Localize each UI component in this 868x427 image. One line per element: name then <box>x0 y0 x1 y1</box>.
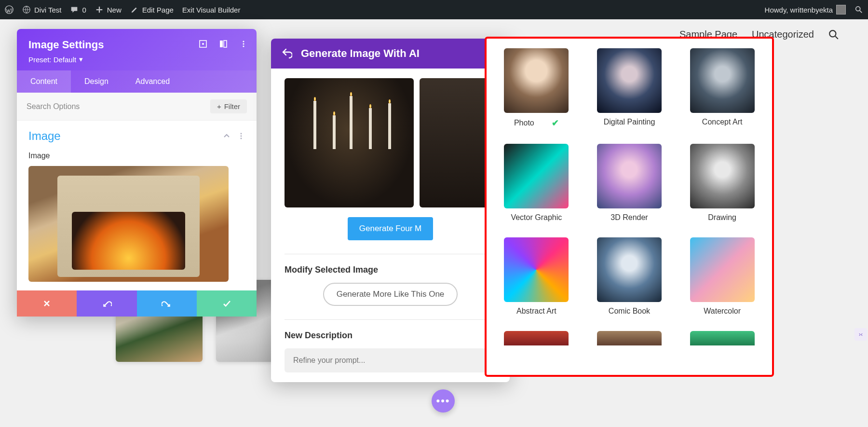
site-name: Divi Test <box>34 6 61 14</box>
search-input[interactable]: Search Options <box>27 102 80 111</box>
style-thumb <box>597 144 662 208</box>
style-thumb <box>597 237 662 302</box>
section-more-icon[interactable] <box>237 132 245 140</box>
edit-page-label: Edit Page <box>142 6 174 14</box>
image-settings-panel: Image Settings Preset: Default ▾ Content… <box>17 29 257 317</box>
search-icon[interactable] <box>854 5 863 14</box>
svg-point-8 <box>243 41 244 42</box>
style-drawing[interactable]: Drawing <box>686 144 759 222</box>
tab-design[interactable]: Design <box>71 70 122 93</box>
svg-rect-6 <box>220 41 223 47</box>
style-3d-render[interactable]: 3D Render <box>593 144 666 222</box>
new-link[interactable]: New <box>95 5 122 14</box>
style-thumb <box>597 48 662 113</box>
generated-image[interactable] <box>420 78 494 207</box>
image-preview[interactable] <box>28 166 229 282</box>
back-icon[interactable] <box>282 48 292 59</box>
collapse-icon[interactable] <box>223 132 231 140</box>
style-extra-2[interactable] <box>593 331 666 350</box>
style-thumb <box>504 331 569 345</box>
style-thumb <box>690 144 755 208</box>
tab-advanced[interactable]: Advanced <box>122 70 183 93</box>
style-comic-book[interactable]: Comic Book <box>593 237 666 316</box>
more-like-button[interactable]: Generate More Like This One <box>323 283 458 306</box>
new-label: New <box>107 6 122 14</box>
ai-title: Generate Image With AI <box>301 47 420 60</box>
svg-point-11 <box>241 133 242 135</box>
plus-icon: + <box>217 102 221 110</box>
site-link[interactable]: Divi Test <box>22 5 61 14</box>
comments-count: 0 <box>82 6 86 14</box>
refine-prompt-input[interactable] <box>285 348 496 372</box>
more-icon[interactable] <box>239 40 248 48</box>
settings-header: Image Settings Preset: Default ▾ <box>17 29 257 70</box>
edit-page-link[interactable]: Edit Page <box>130 5 174 14</box>
search-row: Search Options + Filter <box>17 93 257 121</box>
expand-icon[interactable] <box>199 40 207 48</box>
style-photo[interactable]: Photo✔ <box>500 48 573 128</box>
settings-footer <box>17 290 257 317</box>
svg-point-3 <box>829 30 836 37</box>
style-thumb <box>504 237 569 302</box>
svg-point-12 <box>241 136 242 137</box>
style-thumb <box>690 48 755 113</box>
style-thumb <box>690 331 755 345</box>
style-concept-art[interactable]: Concept Art <box>686 48 759 128</box>
generated-image[interactable] <box>285 78 414 207</box>
svg-point-10 <box>243 45 244 47</box>
svg-point-5 <box>202 43 204 45</box>
undo-button[interactable] <box>77 290 136 317</box>
howdy-text: Howdy, writtenbyekta <box>765 6 833 14</box>
modify-heading: Modify Selected Image <box>285 265 496 275</box>
settings-tabs: Content Design Advanced <box>17 70 257 93</box>
style-thumb <box>597 331 662 345</box>
avatar <box>836 5 846 14</box>
section-title[interactable]: Image <box>28 129 61 143</box>
confirm-button[interactable] <box>197 290 257 317</box>
style-abstract-art[interactable]: Abstract Art <box>500 237 573 316</box>
check-icon: ✔ <box>552 118 559 128</box>
style-extra-3[interactable] <box>686 331 759 350</box>
ai-image-row <box>285 78 496 207</box>
ai-generate-panel: Generate Image With AI Generate Four M M… <box>271 39 510 382</box>
svg-point-9 <box>243 43 244 44</box>
style-thumb <box>504 48 569 113</box>
builder-fab[interactable]: ••• <box>432 389 455 413</box>
style-watercolor[interactable]: Watercolor <box>686 237 759 316</box>
ai-header: Generate Image With AI <box>271 39 510 69</box>
comments-link[interactable]: 0 <box>70 5 86 14</box>
style-picker: Photo✔ Digital Painting Concept Art Vect… <box>485 37 774 377</box>
svg-point-2 <box>856 7 860 11</box>
nav-search-icon[interactable] <box>828 29 839 40</box>
style-extra-1[interactable] <box>500 331 573 350</box>
generate-four-button[interactable]: Generate Four M <box>348 217 433 240</box>
cancel-button[interactable] <box>17 290 77 317</box>
style-digital-painting[interactable]: Digital Painting <box>593 48 666 128</box>
image-field-label: Image <box>28 152 245 160</box>
style-thumb <box>504 144 569 208</box>
wp-admin-bar: Divi Test 0 New Edit Page Exit Visual Bu… <box>0 0 868 19</box>
chevron-down-icon: ▾ <box>79 55 83 64</box>
filter-button[interactable]: + Filter <box>210 99 247 113</box>
style-vector-graphic[interactable]: Vector Graphic <box>500 144 573 222</box>
exit-vb-label: Exit Visual Builder <box>182 6 241 14</box>
side-toggle[interactable]: ›‹ <box>854 328 867 341</box>
svg-point-13 <box>241 138 242 139</box>
svg-rect-7 <box>224 41 227 47</box>
account-link[interactable]: Howdy, writtenbyekta <box>765 5 846 14</box>
preset-select[interactable]: Preset: Default ▾ <box>28 55 245 64</box>
wp-logo[interactable] <box>5 5 14 14</box>
style-thumb <box>690 237 755 302</box>
redo-button[interactable] <box>137 290 197 317</box>
layout-icon[interactable] <box>219 40 228 48</box>
tab-content[interactable]: Content <box>17 70 71 93</box>
new-desc-heading: New Description <box>285 331 496 341</box>
exit-vb-link[interactable]: Exit Visual Builder <box>182 6 241 14</box>
